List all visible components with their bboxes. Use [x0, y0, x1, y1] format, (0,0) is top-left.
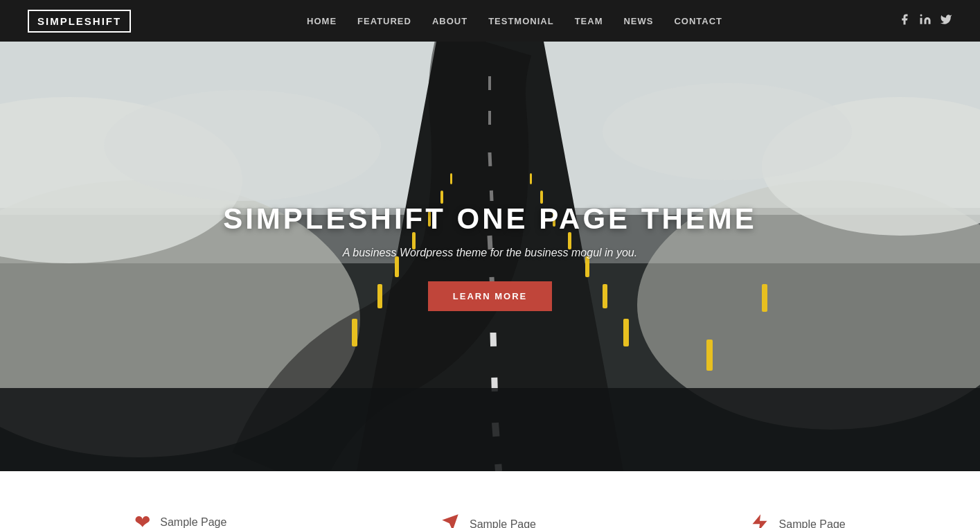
svg-rect-17	[352, 319, 357, 346]
svg-rect-31	[706, 340, 713, 371]
facebook-icon[interactable]	[898, 13, 911, 28]
svg-point-16	[603, 83, 852, 180]
svg-rect-24	[623, 319, 629, 346]
svg-rect-23	[450, 173, 452, 184]
linkedin-icon[interactable]	[919, 13, 932, 28]
hero-content: SIMPLESHIFT ONE PAGE THEME A business Wo…	[223, 202, 757, 311]
svg-rect-32	[762, 284, 767, 312]
nav-item-team[interactable]: TEAM	[575, 15, 603, 27]
nav-item-news[interactable]: NEWS	[623, 15, 653, 27]
feature-item-3: Sample Page	[750, 513, 846, 528]
learn-more-button[interactable]: LEARN MORE	[428, 281, 552, 311]
nav-item-featured[interactable]: FEATURED	[357, 15, 411, 27]
navbar: SIMPLESHIFT HOME FEATURED ABOUT TESTMONI…	[0, 0, 980, 42]
feature-label-3: Sample Page	[779, 518, 846, 529]
feature-label-2: Sample Page	[470, 518, 536, 529]
svg-rect-30	[530, 173, 532, 184]
heart-icon: ❤	[134, 513, 150, 528]
twitter-icon[interactable]	[940, 13, 952, 28]
nav-links: HOME FEATURED ABOUT TESTMONIAL TEAM NEWS…	[307, 15, 722, 27]
paper-plane-icon	[440, 513, 460, 528]
features-section: ❤ Sample Page Sample Page Sample Page	[0, 471, 980, 528]
svg-marker-37	[752, 514, 767, 528]
hero-subtitle: A business Wordpress theme for the busin…	[223, 247, 757, 259]
nav-item-testmonial[interactable]: TESTMONIAL	[488, 15, 554, 27]
bolt-icon	[750, 513, 769, 528]
nav-item-about[interactable]: ABOUT	[432, 15, 467, 27]
site-logo[interactable]: SIMPLESHIFT	[28, 10, 131, 33]
hero-title: SIMPLESHIFT ONE PAGE THEME	[223, 202, 757, 236]
feature-item-2: Sample Page	[440, 513, 536, 528]
nav-item-home[interactable]: HOME	[307, 15, 337, 27]
feature-item-1: ❤ Sample Page	[134, 513, 226, 528]
svg-marker-36	[442, 514, 458, 528]
nav-item-contact[interactable]: CONTACT	[674, 15, 722, 27]
svg-rect-33	[0, 388, 980, 471]
feature-label-1: Sample Page	[160, 516, 226, 528]
svg-point-0	[920, 15, 922, 17]
svg-point-14	[104, 90, 381, 201]
social-links	[898, 13, 952, 28]
hero-section: SIMPLESHIFT ONE PAGE THEME A business Wo…	[0, 42, 980, 471]
